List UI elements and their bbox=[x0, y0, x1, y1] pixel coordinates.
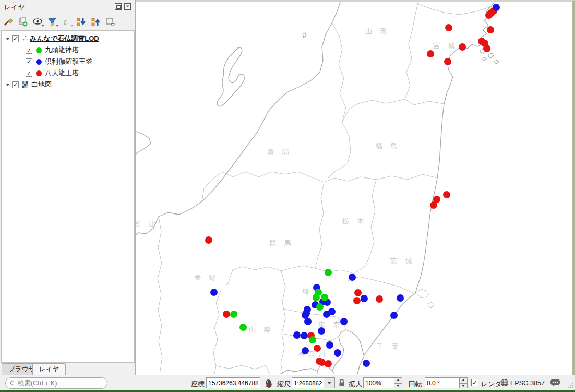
map-point-九頭龍神塔 bbox=[321, 294, 328, 301]
mouse-extent-toggle-icon[interactable] bbox=[264, 377, 273, 390]
green-point-swatch bbox=[36, 47, 42, 53]
map-point-倶利伽羅龍王塔 bbox=[340, 318, 348, 325]
spin-up-icon[interactable] bbox=[394, 377, 402, 383]
blue-point-swatch bbox=[36, 59, 42, 65]
map-point-九頭龍神塔 bbox=[239, 324, 247, 331]
coastlines bbox=[136, 2, 499, 374]
scale-box bbox=[292, 377, 324, 388]
map-point-倶利伽羅龍王塔 bbox=[390, 312, 398, 319]
group-label: みんなで石仏調査LOD bbox=[30, 34, 99, 43]
layer-tree: ✓ みんなで石仏調査LOD ✓ 九頭龍神塔 ✓ 倶利伽羅龍王塔 ✓ 八大龍王塔 … bbox=[1, 30, 135, 363]
map-point-九頭龍神塔 bbox=[316, 303, 324, 311]
close-panel-icon[interactable]: ✕ bbox=[124, 3, 131, 10]
survey-points bbox=[205, 4, 500, 367]
panel-title: レイヤ bbox=[4, 3, 25, 12]
map-point-倶利伽羅龍王塔 bbox=[361, 295, 368, 302]
layer-checkbox[interactable]: ✓ bbox=[26, 58, 32, 65]
magnifier-spinner[interactable] bbox=[394, 377, 402, 388]
layer-label: 八大龍王塔 bbox=[45, 68, 79, 78]
map-point-八大龍王塔 bbox=[483, 45, 490, 52]
map-themes-icon[interactable] bbox=[30, 15, 45, 29]
resize-grip[interactable] bbox=[567, 382, 574, 390]
layers-panel-toolbar: ε bbox=[1, 14, 135, 30]
map-point-八大龍王塔 bbox=[459, 43, 466, 51]
spin-down-icon[interactable] bbox=[459, 383, 468, 389]
map-point-八大龍王塔 bbox=[325, 360, 332, 367]
map-point-八大龍王塔 bbox=[318, 359, 326, 366]
prefecture-label: 茨 城 bbox=[390, 257, 415, 265]
prefecture-label: 長 野 bbox=[194, 274, 219, 281]
layers-panel: レイヤ ✕ ε bbox=[0, 0, 136, 375]
expand-all-icon[interactable] bbox=[74, 15, 89, 29]
basemap-checkbox[interactable]: ✓ bbox=[12, 81, 19, 88]
layer-group-row[interactable]: ✓ みんなで石仏調査LOD bbox=[2, 33, 134, 44]
locator-search[interactable] bbox=[5, 377, 107, 389]
messages-icon[interactable] bbox=[550, 378, 560, 389]
map-point-倶利伽羅龍王塔 bbox=[304, 318, 312, 325]
expression-filter-icon[interactable]: ε bbox=[59, 15, 74, 29]
coordinate-input[interactable] bbox=[208, 379, 258, 387]
scale-dropdown-icon[interactable] bbox=[324, 377, 335, 388]
basemap-row[interactable]: ✓ 白地図 bbox=[2, 79, 134, 90]
spin-up-icon[interactable] bbox=[459, 377, 468, 383]
crs-status[interactable]: EPSG:3857 bbox=[510, 379, 545, 387]
map-canvas[interactable]: 山 形宮 城新 潟福 島栃 木群 馬富 山長 野山 梨埼 玉東 京茨 城千 葉神… bbox=[136, 0, 575, 375]
point-cluster-icon bbox=[21, 35, 30, 42]
dock-tabs: ブラウザ レイヤ bbox=[0, 363, 136, 375]
map-point-九頭龍神塔 bbox=[325, 269, 332, 276]
map-point-八大龍王塔 bbox=[485, 11, 493, 19]
collapse-all-icon[interactable] bbox=[89, 15, 103, 29]
map-point-九頭龍神塔 bbox=[313, 294, 320, 301]
filter-legend-icon[interactable] bbox=[45, 15, 59, 29]
map-point-倶利伽羅龍王塔 bbox=[210, 289, 218, 296]
rotation-label: 回転 bbox=[409, 379, 422, 389]
rotation-spinner[interactable] bbox=[459, 377, 468, 388]
prefecture-label: 富 山 bbox=[136, 220, 159, 228]
layer-label: 九頭龍神塔 bbox=[45, 45, 79, 55]
magnifier-label: 拡大 bbox=[349, 379, 362, 389]
prefecture-label: 栃 木 bbox=[342, 217, 367, 225]
map-point-八大龍王塔 bbox=[354, 289, 362, 296]
map-point-倶利伽羅龍王塔 bbox=[397, 294, 404, 302]
map-point-倶利伽羅龍王塔 bbox=[349, 274, 356, 281]
map-point-倶利伽羅龍王塔 bbox=[334, 349, 341, 357]
scale-input[interactable] bbox=[294, 380, 322, 386]
crs-globe-icon[interactable] bbox=[500, 378, 509, 388]
map-point-八大龍王塔 bbox=[353, 297, 361, 304]
lock-scale-icon[interactable] bbox=[338, 378, 345, 388]
expander-icon[interactable] bbox=[6, 38, 10, 40]
scale-label: 縮尺 bbox=[277, 379, 291, 389]
map-point-倶利伽羅龍王塔 bbox=[493, 4, 500, 11]
style-manager-icon[interactable] bbox=[1, 15, 16, 29]
render-checkbox[interactable]: ✓ bbox=[471, 379, 478, 386]
prefecture-label: 新 潟 bbox=[267, 148, 292, 156]
statusbar: 座標 縮尺 拡大 回転 ✓ レンダ EPSG:3857 bbox=[0, 375, 575, 390]
layer-checkbox[interactable]: ✓ bbox=[26, 70, 32, 77]
expander-icon[interactable] bbox=[6, 84, 10, 86]
layer-row-red[interactable]: ✓ 八大龍王塔 bbox=[2, 67, 134, 79]
tab-layers[interactable]: レイヤ bbox=[32, 363, 66, 375]
layer-row-green[interactable]: ✓ 九頭龍神塔 bbox=[2, 44, 134, 56]
map-point-八大龍王塔 bbox=[445, 24, 452, 31]
map-point-倶利伽羅龍王塔 bbox=[326, 341, 333, 349]
search-input[interactable] bbox=[17, 379, 103, 387]
map-point-倶利伽羅龍王塔 bbox=[302, 312, 309, 319]
magnifier-input[interactable] bbox=[365, 379, 392, 387]
coordinate-label: 座標 bbox=[191, 379, 205, 389]
map-point-八大龍王塔 bbox=[223, 311, 230, 318]
map-point-倶利伽羅龍王塔 bbox=[302, 347, 309, 354]
prefecture-label: 群 馬 bbox=[269, 239, 294, 247]
prefecture-label: 東 京 bbox=[318, 320, 343, 328]
layer-checkbox[interactable]: ✓ bbox=[26, 47, 32, 54]
raster-layer-icon bbox=[21, 81, 29, 88]
float-panel-icon[interactable] bbox=[115, 3, 122, 10]
remove-layer-icon[interactable] bbox=[103, 15, 118, 29]
group-checkbox[interactable]: ✓ bbox=[12, 35, 19, 42]
add-group-icon[interactable] bbox=[16, 15, 30, 29]
rotation-input[interactable] bbox=[427, 379, 458, 387]
red-point-swatch bbox=[36, 70, 42, 76]
spin-down-icon[interactable] bbox=[394, 383, 402, 389]
layer-row-blue[interactable]: ✓ 倶利伽羅龍王塔 bbox=[2, 56, 134, 67]
render-label: レンダ bbox=[481, 379, 502, 389]
layer-label: 倶利伽羅龍王塔 bbox=[45, 57, 92, 66]
